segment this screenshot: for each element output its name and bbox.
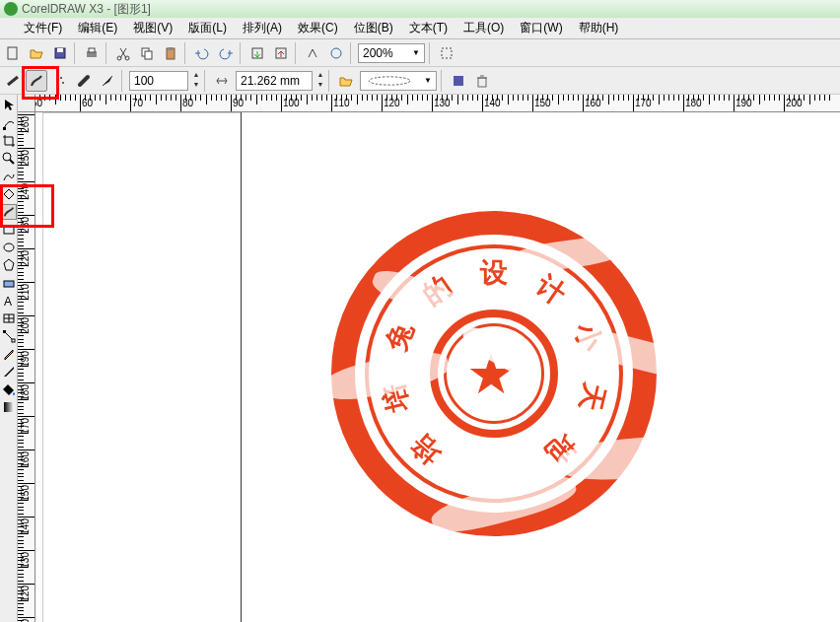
- title-bar: CorelDRAW X3 - [图形1]: [0, 0, 840, 18]
- menu-view[interactable]: 视图(V): [125, 18, 180, 38]
- ellipse-tool[interactable]: [1, 240, 17, 255]
- menu-help[interactable]: 帮助(H): [571, 18, 627, 38]
- doc-name: [图形1]: [114, 1, 151, 18]
- artistic-media-tool[interactable]: [1, 204, 17, 220]
- export-button[interactable]: [270, 42, 292, 64]
- menu-bar: 文件(F) 编辑(E) 视图(V) 版面(L) 排列(A) 效果(C) 位图(B…: [0, 18, 840, 39]
- svg-rect-20: [478, 78, 486, 87]
- svg-point-13: [331, 48, 341, 58]
- seal-char: 天: [570, 380, 612, 415]
- smart-draw-tool[interactable]: [1, 186, 17, 202]
- menu-arrange[interactable]: 排列(A): [235, 18, 290, 38]
- undo-button[interactable]: [191, 42, 213, 64]
- svg-rect-14: [442, 48, 452, 58]
- svg-text:A: A: [4, 295, 12, 309]
- save-button[interactable]: [49, 42, 71, 64]
- svg-rect-10: [169, 47, 173, 50]
- app-launcher-button[interactable]: [302, 42, 323, 64]
- svg-rect-21: [3, 127, 6, 130]
- svg-rect-8: [145, 51, 152, 59]
- brush-tool-button[interactable]: [26, 70, 47, 92]
- redo-button[interactable]: [215, 42, 237, 64]
- sprayer-tool-button[interactable]: [49, 70, 71, 92]
- freehand-tool[interactable]: [1, 169, 17, 184]
- svg-point-24: [4, 243, 14, 251]
- width-spinner[interactable]: ▲▼: [315, 71, 326, 91]
- width-input[interactable]: 21.262 mm: [236, 71, 313, 91]
- smoothing-input[interactable]: 100: [129, 71, 188, 91]
- save-stroke-button[interactable]: [448, 70, 469, 92]
- snap-button[interactable]: [436, 42, 457, 64]
- menu-file[interactable]: 文件(F): [16, 18, 70, 38]
- interactive-fill-tool[interactable]: [1, 399, 17, 415]
- zoom-level-select[interactable]: 200% ▼: [358, 43, 425, 63]
- dropdown-arrow-icon: ▼: [412, 48, 420, 57]
- svg-rect-2: [57, 48, 63, 52]
- pick-tool[interactable]: [1, 98, 17, 113]
- delete-stroke-button[interactable]: [471, 70, 493, 92]
- interactive-tool[interactable]: [1, 328, 17, 344]
- menu-edit[interactable]: 编辑(E): [70, 18, 125, 38]
- new-button[interactable]: [2, 42, 24, 64]
- eyedropper-tool[interactable]: [1, 346, 17, 362]
- open-button[interactable]: [26, 42, 47, 64]
- print-button[interactable]: [81, 42, 103, 64]
- text-tool[interactable]: A: [1, 293, 17, 309]
- pressure-tool-button[interactable]: [97, 70, 118, 92]
- crop-tool[interactable]: [1, 133, 17, 149]
- import-button[interactable]: [246, 42, 268, 64]
- copy-button[interactable]: [136, 42, 158, 64]
- shape-tool[interactable]: [1, 115, 17, 131]
- basic-shapes-tool[interactable]: [1, 275, 17, 291]
- menu-bitmap[interactable]: 位图(B): [346, 18, 401, 38]
- ruler-vertical[interactable]: 2602502402302202102001901801701601501401…: [18, 112, 35, 622]
- polygon-tool[interactable]: [1, 257, 17, 273]
- zoom-tool[interactable]: [1, 151, 17, 167]
- svg-rect-4: [89, 48, 95, 52]
- seal-artwork[interactable]: ★ 培培兔的设计小天地: [331, 211, 657, 536]
- svg-rect-23: [4, 226, 14, 234]
- seal-text: 培培兔的设计小天地: [331, 211, 657, 536]
- svg-rect-28: [3, 330, 6, 333]
- svg-rect-19: [454, 76, 463, 86]
- menu-effects[interactable]: 效果(C): [290, 18, 346, 38]
- calligraphic-tool-button[interactable]: [73, 70, 95, 92]
- zoom-value: 200%: [363, 46, 393, 60]
- outline-tool[interactable]: [1, 364, 17, 380]
- svg-point-22: [3, 153, 11, 161]
- smoothing-value: 100: [134, 74, 154, 88]
- workspace: 5060708090100110120130140150160170180190…: [18, 95, 840, 622]
- cut-button[interactable]: [112, 42, 134, 64]
- svg-point-18: [369, 76, 410, 84]
- preset-tool-button[interactable]: [2, 70, 24, 92]
- fill-tool[interactable]: [1, 381, 17, 397]
- svg-rect-0: [8, 47, 17, 59]
- menu-tools[interactable]: 工具(O): [455, 18, 512, 38]
- seal-char: 小: [565, 318, 610, 358]
- browse-button[interactable]: [335, 70, 357, 92]
- ruler-corner[interactable]: [18, 95, 35, 112]
- menu-text[interactable]: 文本(T): [401, 18, 455, 38]
- dropdown-arrow-icon: ▼: [424, 76, 432, 85]
- canvas[interactable]: ★ 培培兔的设计小天地: [35, 112, 840, 622]
- toolbar-standard: 200% ▼: [0, 39, 840, 67]
- seal-char: 设: [480, 254, 508, 292]
- menu-layout[interactable]: 版面(L): [180, 18, 235, 38]
- seal-char: 培: [404, 425, 450, 471]
- rectangle-tool[interactable]: [1, 222, 17, 238]
- ruler-horizontal[interactable]: 5060708090100110120130140150160170180190…: [35, 95, 840, 112]
- stroke-list-select[interactable]: ▼: [360, 71, 437, 91]
- svg-point-15: [56, 80, 58, 82]
- seal-char: 培: [375, 380, 417, 415]
- seal-char: 的: [415, 267, 459, 313]
- smoothing-spinner[interactable]: ▲▼: [190, 71, 202, 91]
- svg-rect-29: [12, 339, 15, 342]
- svg-point-17: [62, 82, 64, 84]
- toolbox: A: [0, 95, 18, 622]
- seal-char: 地: [538, 425, 584, 471]
- table-tool[interactable]: [1, 311, 17, 326]
- menu-window[interactable]: 窗口(W): [512, 18, 570, 38]
- width-value: 21.262 mm: [241, 74, 300, 88]
- paste-button[interactable]: [160, 42, 181, 64]
- corel-online-button[interactable]: [325, 42, 347, 64]
